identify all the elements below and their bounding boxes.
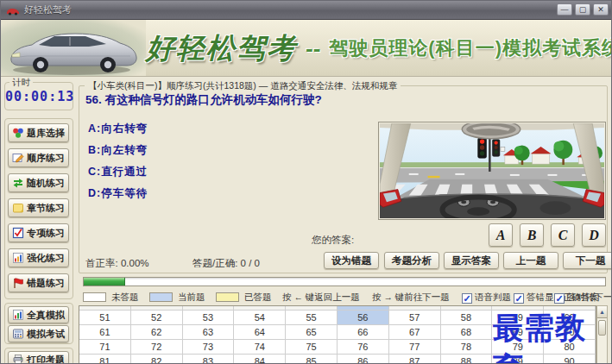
sidebar-item-special-practice[interactable]: 专项练习: [8, 223, 69, 242]
grid-cell[interactable]: 54: [234, 311, 286, 324]
answer-button-a[interactable]: A: [489, 223, 513, 247]
grid-cell[interactable]: 84: [234, 355, 286, 364]
mark-wrong-button[interactable]: 设为错题: [324, 252, 379, 269]
grid-cell[interactable]: 64: [234, 325, 286, 339]
grid-cell[interactable]: 80: [544, 340, 596, 354]
option-d[interactable]: D:停车等待: [88, 186, 148, 201]
window-title: 好轻松驾考: [24, 3, 72, 16]
sidebar-item-intensive-practice[interactable]: 强化练习: [8, 248, 69, 267]
grid-cell[interactable]: 57: [389, 311, 441, 324]
grid-cell[interactable]: 53: [183, 311, 235, 324]
grid-cell[interactable]: 62: [131, 325, 183, 339]
grid-cell[interactable]: 82: [131, 355, 183, 364]
grid-cell[interactable]: 71: [79, 340, 131, 354]
yellow-line: [428, 176, 440, 178]
grid-cell[interactable]: 90: [544, 355, 596, 364]
grid-cell[interactable]: 60: [544, 311, 596, 324]
answer-button-c[interactable]: C: [551, 223, 575, 247]
answered-label: 已答题: [244, 292, 272, 304]
grid-cell[interactable]: 63: [183, 325, 235, 339]
progress-bar: [83, 277, 606, 286]
answered-swatch: [216, 292, 239, 302]
grid-cell[interactable]: 69: [492, 325, 544, 339]
grid-cell[interactable]: 88: [441, 355, 493, 364]
close-button[interactable]: ✕: [593, 3, 609, 16]
next-question-button[interactable]: 下一题: [563, 252, 612, 269]
option-b[interactable]: B:向左转弯: [88, 143, 148, 158]
grid-cell[interactable]: 85: [286, 355, 338, 364]
answer-button-b[interactable]: B: [520, 223, 544, 247]
grid-cell[interactable]: 86: [338, 355, 389, 364]
grid-cell-current[interactable]: 56: [338, 311, 389, 324]
sidebar-item-mock-exam[interactable]: 模拟考试: [8, 325, 69, 342]
edit-icon: [12, 152, 24, 164]
grid-cell[interactable]: 83: [183, 355, 235, 364]
sidebar-item-question-bank[interactable]: 题库选择: [8, 123, 69, 142]
grid-cell[interactable]: 55: [286, 311, 338, 324]
grid-cell[interactable]: 52: [131, 311, 183, 324]
sidebar-item-label: 强化练习: [27, 252, 65, 265]
grid-partial-cell: [338, 306, 389, 310]
keypad-icon: [12, 328, 24, 340]
progress-fill: [84, 278, 125, 286]
grid-partial-cell: [286, 306, 338, 310]
grid-cell[interactable]: 81: [79, 355, 131, 364]
grid-cell[interactable]: 68: [441, 325, 493, 339]
minimize-button[interactable]: —: [557, 3, 572, 16]
grid-cell[interactable]: 59: [492, 311, 544, 324]
grid-cell[interactable]: 77: [389, 340, 441, 354]
sidebar-item-chapter-practice[interactable]: 章节练习: [8, 198, 69, 217]
show-answer-button[interactable]: 显示答案: [444, 252, 499, 269]
grid-cell[interactable]: 89: [492, 355, 544, 364]
grid-cell[interactable]: 72: [131, 340, 183, 354]
previous-question-button[interactable]: 上一题: [503, 252, 558, 269]
scroll-up-icon[interactable]: ▲: [597, 306, 607, 318]
grid-cell[interactable]: 58: [441, 311, 493, 324]
question-grid: 5152535455565758596061626364656667686970…: [79, 305, 596, 364]
answer-button-d[interactable]: D: [582, 223, 606, 247]
sidebar-item-label: 顺序练习: [27, 152, 65, 165]
grid-cell[interactable]: 76: [338, 340, 389, 354]
grid-partial-cell: [79, 306, 131, 310]
grid-cell[interactable]: 73: [183, 340, 235, 354]
your-answer-label: 您的答案:: [312, 234, 354, 247]
grid-cell[interactable]: 61: [79, 325, 131, 339]
grid-partial-cell: [389, 306, 441, 310]
sidebar-item-label: 模拟考试: [27, 328, 65, 341]
sidebar-item-sequential-practice[interactable]: 顺序练习: [8, 148, 69, 167]
grid-cell[interactable]: 87: [389, 355, 441, 364]
title-bar: 好轻松驾考 — ▢ ✕: [1, 1, 612, 20]
grid-cell[interactable]: 66: [338, 325, 389, 339]
auto-next-on-correct-checkbox[interactable]: ✓答对转下一题: [554, 292, 612, 304]
grid-cell[interactable]: 67: [389, 325, 441, 339]
sidebar-item-wrong-question-practice[interactable]: 错题练习: [8, 273, 69, 292]
sidebar-item-label: 打印考题: [27, 354, 65, 364]
grid-cell[interactable]: 70: [544, 325, 596, 339]
grid-cell[interactable]: 51: [79, 311, 131, 324]
checkbox-checked-icon: ✓: [514, 293, 524, 304]
sidebar-item-random-practice[interactable]: 随机练习: [8, 173, 69, 192]
grid-cell[interactable]: 79: [492, 340, 544, 354]
grid-scrollbar[interactable]: ▲: [596, 305, 608, 364]
question-analysis-button[interactable]: 考题分析: [384, 252, 439, 269]
sidebar-item-print-questions[interactable]: 打印考题: [8, 351, 69, 364]
sidebar-item-full-simulation[interactable]: 全真模拟: [8, 306, 69, 323]
app-brand-title: 好轻松驾考: [146, 29, 297, 68]
timer-label: 计时: [9, 77, 33, 89]
grid-cell[interactable]: 75: [286, 340, 338, 354]
maximize-button[interactable]: ▢: [575, 3, 590, 16]
grid-cell[interactable]: 65: [286, 325, 338, 339]
grid-cell[interactable]: 74: [234, 340, 286, 354]
checkbox-checked-icon: ✓: [462, 293, 472, 304]
note-icon: [12, 202, 24, 214]
grid-row: 61626364656667686970: [79, 324, 596, 339]
voice-judge-checkbox[interactable]: ✓语音判题: [462, 292, 511, 304]
shapes-icon: [12, 127, 24, 139]
scrollbar-thumb[interactable]: [598, 320, 606, 336]
option-a[interactable]: A:向右转弯: [88, 122, 148, 136]
option-c[interactable]: C:直行通过: [88, 165, 148, 179]
question-image-frame: [378, 122, 606, 220]
app-car-icon: [6, 5, 20, 16]
current-swatch: [149, 292, 173, 302]
grid-cell[interactable]: 78: [441, 340, 493, 354]
